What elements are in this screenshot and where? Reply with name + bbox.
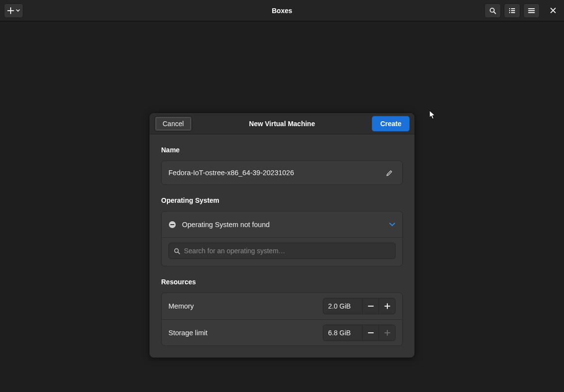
- os-search-input[interactable]: [184, 247, 390, 255]
- search-icon: [174, 248, 180, 254]
- menu-button[interactable]: [523, 3, 540, 18]
- memory-increase-button[interactable]: [379, 298, 395, 314]
- close-window-button[interactable]: [546, 3, 560, 18]
- minus-circle-icon: [168, 221, 176, 229]
- minus-icon: [367, 303, 374, 310]
- list-view-button[interactable]: [504, 3, 520, 18]
- memory-label: Memory: [168, 302, 317, 310]
- plus-icon: [7, 7, 14, 14]
- resources-group: Memory 2.0 GiB Storage limit 6.8: [161, 293, 403, 346]
- search-icon: [489, 7, 496, 14]
- search-button[interactable]: [484, 3, 501, 18]
- os-search-field[interactable]: [168, 243, 396, 259]
- minus-icon: [367, 329, 374, 336]
- os-status-text: Operating System not found: [182, 221, 383, 229]
- memory-decrease-button[interactable]: [362, 298, 379, 314]
- edit-name-button[interactable]: [383, 166, 396, 179]
- create-button[interactable]: Create: [372, 116, 410, 131]
- os-group: Operating System not found: [161, 211, 403, 266]
- os-search-row: [162, 238, 402, 266]
- chevron-down-icon: [389, 222, 396, 227]
- storage-spin: 6.8 GiB: [323, 325, 396, 341]
- memory-row: Memory 2.0 GiB: [162, 293, 402, 319]
- plus-icon: [384, 329, 391, 336]
- os-expander-row[interactable]: Operating System not found: [162, 212, 402, 238]
- resources-section-label: Resources: [161, 278, 403, 286]
- cancel-button[interactable]: Cancel: [154, 116, 192, 131]
- plus-icon: [384, 303, 391, 310]
- storage-row: Storage limit 6.8 GiB: [162, 319, 402, 345]
- titlebar: Boxes: [0, 0, 564, 21]
- storage-increase-button: [379, 325, 395, 341]
- svg-rect-1: [509, 8, 510, 9]
- svg-rect-8: [170, 224, 174, 225]
- close-icon: [550, 8, 556, 13]
- os-section-label: Operating System: [161, 196, 403, 204]
- hamburger-icon: [528, 7, 535, 14]
- storage-label: Storage limit: [168, 329, 317, 337]
- memory-value: 2.0 GiB: [323, 302, 362, 310]
- name-value: Fedora-IoT-ostree-x86_64-39-20231026: [168, 169, 294, 177]
- list-icon: [509, 7, 515, 14]
- storage-value: 6.8 GiB: [323, 329, 362, 337]
- app-title: Boxes: [272, 7, 292, 15]
- dialog-header: Cancel New Virtual Machine Create: [149, 113, 415, 134]
- os-expand-toggle[interactable]: [389, 220, 396, 229]
- svg-rect-4: [511, 10, 515, 11]
- name-section-label: Name: [161, 146, 403, 154]
- name-row[interactable]: Fedora-IoT-ostree-x86_64-39-20231026: [161, 161, 403, 185]
- svg-rect-2: [511, 8, 515, 9]
- pencil-icon: [386, 169, 393, 177]
- svg-rect-6: [511, 12, 515, 13]
- storage-decrease-button[interactable]: [362, 325, 379, 341]
- new-vm-button[interactable]: [4, 3, 23, 18]
- svg-rect-5: [509, 12, 510, 13]
- chevron-down-icon: [16, 9, 20, 12]
- memory-spin: 2.0 GiB: [323, 298, 396, 314]
- new-vm-dialog: Cancel New Virtual Machine Create Name F…: [149, 113, 415, 358]
- dialog-title: New Virtual Machine: [249, 120, 315, 128]
- main-area: Cancel New Virtual Machine Create Name F…: [0, 21, 564, 392]
- svg-rect-3: [509, 10, 510, 11]
